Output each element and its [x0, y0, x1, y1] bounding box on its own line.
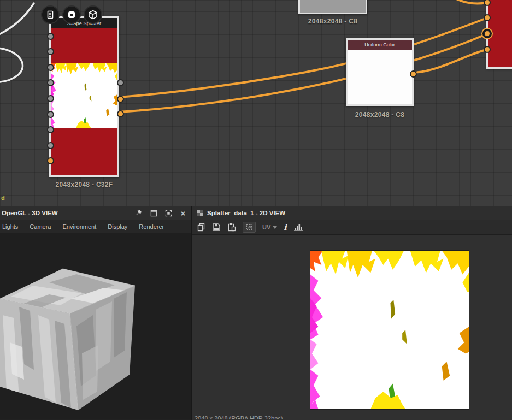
- uv-label: UV: [262, 224, 270, 230]
- clipped-node-label: d: [1, 194, 5, 201]
- input-port[interactable]: [47, 142, 54, 149]
- menu-environment[interactable]: Environment: [62, 223, 96, 230]
- viewport-2d[interactable]: 2048 x 2048 (RGBA HDR 32bpc): [192, 235, 512, 419]
- input-port-connected[interactable]: [47, 157, 54, 164]
- close-icon[interactable]: ×: [178, 208, 188, 218]
- node-size-label: 2048x2048 - C8: [298, 17, 367, 25]
- view2d-toolbar: UV i: [192, 220, 512, 235]
- panel-3d-title: OpenGL - 3D VIEW: [0, 210, 58, 216]
- cube-3d-preview: [0, 233, 191, 419]
- wire[interactable]: [413, 50, 487, 73]
- node-uniform-color[interactable]: Uniform Color: [346, 38, 414, 106]
- input-port[interactable]: [47, 111, 54, 118]
- node-size-label: 2048x2048 - C8: [346, 111, 414, 119]
- wire[interactable]: [0, 3, 34, 35]
- node-shape-splatter[interactable]: Shape Splatter: [49, 16, 119, 177]
- input-port[interactable]: [47, 79, 54, 86]
- wire[interactable]: [450, 0, 487, 4]
- transform-icon[interactable]: [243, 222, 256, 233]
- paste-icon[interactable]: [227, 222, 236, 233]
- panel-2d-view: Splatter_data_1 - 2D VIEW UV i: [192, 206, 512, 420]
- node-title: Uniform Color: [348, 40, 412, 50]
- uv-dropdown[interactable]: UV: [262, 224, 277, 230]
- input-port[interactable]: [47, 33, 54, 40]
- shape-icon[interactable]: [62, 5, 81, 24]
- menu-lights[interactable]: Lights: [2, 223, 18, 230]
- input-port[interactable]: [47, 126, 54, 133]
- input-port-connected[interactable]: [484, 14, 491, 21]
- wire[interactable]: [118, 18, 487, 97]
- panel-3d-header: OpenGL - 3D VIEW ×: [0, 206, 191, 220]
- pin-icon[interactable]: [134, 208, 144, 218]
- view3d-menubar: Lights Camera Environment Display Render…: [0, 220, 191, 233]
- output-port[interactable]: [117, 79, 124, 86]
- output-port-connected[interactable]: [410, 70, 417, 78]
- node-right-partial[interactable]: [486, 0, 512, 69]
- chevron-down-icon: [273, 226, 277, 229]
- input-port-connected[interactable]: [484, 46, 491, 53]
- save-icon[interactable]: [212, 222, 221, 233]
- info-icon[interactable]: i: [284, 222, 286, 233]
- node-thumbnail: [51, 63, 117, 128]
- output-port-connected[interactable]: [117, 110, 124, 117]
- wire[interactable]: [0, 48, 22, 82]
- menu-camera[interactable]: Camera: [30, 223, 51, 230]
- texture-status-text: 2048 x 2048 (RGBA HDR 32bpc): [195, 415, 283, 419]
- texture-preview-2d: [310, 251, 469, 409]
- float-window-icon[interactable]: [149, 208, 158, 218]
- texture-icon: [192, 210, 203, 216]
- node-size-label: 2048x2048 - C32F: [49, 181, 119, 188]
- output-port-connected[interactable]: [117, 96, 124, 103]
- histogram-icon[interactable]: [293, 222, 303, 233]
- menu-renderer[interactable]: Renderer: [139, 223, 164, 230]
- node-top-partial[interactable]: [298, 0, 367, 14]
- viewport-3d[interactable]: [0, 233, 191, 419]
- panel-2d-title: Splatter_data_1 - 2D VIEW: [203, 210, 285, 216]
- copy-icon[interactable]: [197, 222, 205, 233]
- document-icon[interactable]: [41, 5, 60, 24]
- input-port[interactable]: [47, 64, 54, 71]
- menu-display[interactable]: Display: [108, 223, 127, 230]
- cube-icon[interactable]: [84, 5, 102, 24]
- node-section: [51, 28, 117, 63]
- node-title: Shape Splatter: [51, 18, 117, 28]
- maximize-icon[interactable]: [163, 208, 173, 218]
- panel-3d-view: OpenGL - 3D VIEW × Lights Camera Environ…: [0, 206, 191, 420]
- input-port-selected[interactable]: [484, 30, 491, 37]
- input-port[interactable]: [47, 95, 54, 102]
- app-window: Shape Splatter 2048x2048 - C32F 2048x204…: [0, 0, 512, 420]
- panel-2d-header: Splatter_data_1 - 2D VIEW: [192, 206, 512, 220]
- node-graph-canvas[interactable]: Shape Splatter 2048x2048 - C32F 2048x204…: [0, 0, 512, 206]
- input-port-connected[interactable]: [484, 0, 491, 6]
- input-port[interactable]: [47, 48, 54, 55]
